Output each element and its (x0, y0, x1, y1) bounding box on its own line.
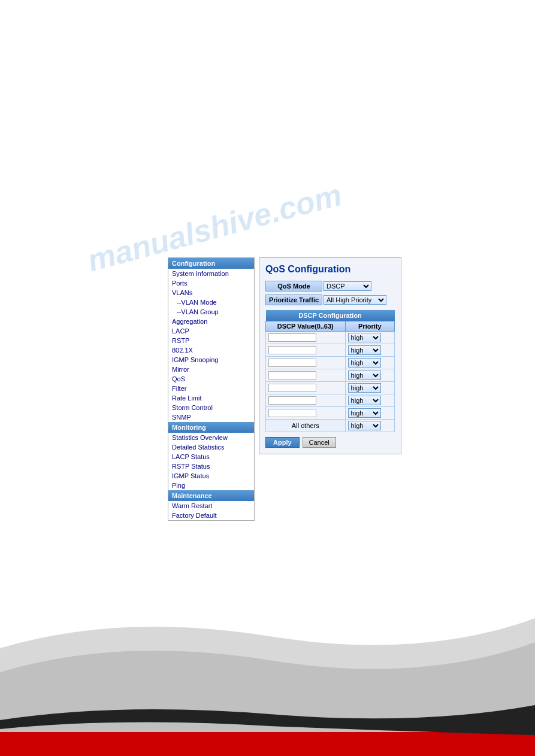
apply-button[interactable]: Apply (265, 437, 300, 448)
qos-title: QoS Configuration (265, 264, 395, 275)
bottom-decoration (0, 600, 535, 756)
dscp-priority-select[interactable]: highnormallow (348, 333, 381, 342)
dscp-value-input[interactable] (268, 346, 316, 354)
sidebar-item-vlan-group[interactable]: --VLAN Group (168, 307, 254, 317)
qos-mode-row: QoS Mode DSCP 802.1p Port Based (265, 281, 395, 292)
sidebar-item-aggregation[interactable]: Aggregation (168, 317, 254, 326)
sidebar-item-system-information[interactable]: System Information (168, 269, 254, 278)
dscp-table: DSCP Configuration DSCP Value(0..63) Pri… (265, 310, 395, 432)
sidebar-item-igmp-snooping[interactable]: IGMP Snooping (168, 355, 254, 365)
svg-rect-0 (0, 732, 535, 756)
dscp-col1-header: DSCP Value(0..63) (266, 321, 346, 332)
sidebar-item-lacp[interactable]: LACP (168, 326, 254, 336)
dscp-row: highnormallow (266, 344, 395, 357)
dscp-row: highnormallow (266, 394, 395, 407)
dscp-row: highnormallow (266, 357, 395, 369)
dscp-value-input[interactable] (268, 333, 316, 342)
qos-mode-select[interactable]: DSCP 802.1p Port Based (324, 281, 371, 291)
dscp-col2-header: Priority (345, 321, 394, 332)
sidebar-item-statistics-overview[interactable]: Statistics Overview (168, 433, 254, 442)
sidebar: Configuration System Information Ports V… (168, 257, 255, 521)
qos-panel: QoS Configuration QoS Mode DSCP 802.1p P… (259, 257, 401, 454)
sidebar-item-warm-restart[interactable]: Warm Restart (168, 501, 254, 511)
cancel-button[interactable]: Cancel (303, 437, 336, 448)
qos-traffic-select[interactable]: All High Priority Normal Priority (324, 295, 386, 305)
dscp-all-others-row: All othershighnormallow (266, 420, 395, 432)
sidebar-item-rstp[interactable]: RSTP (168, 336, 254, 345)
sidebar-item-igmp-status[interactable]: IGMP Status (168, 471, 254, 481)
dscp-value-input[interactable] (268, 409, 316, 417)
sidebar-item-8021x[interactable]: 802.1X (168, 345, 254, 355)
sidebar-item-filter[interactable]: Filter (168, 384, 254, 393)
dscp-priority-select[interactable]: highnormallow (348, 345, 381, 355)
sidebar-maintenance-header: Maintenance (168, 490, 254, 501)
dscp-row: highnormallow (266, 332, 395, 344)
dscp-others-label: All others (266, 420, 346, 432)
sidebar-item-rstp-status[interactable]: RSTP Status (168, 462, 254, 471)
sidebar-config-header: Configuration (168, 258, 254, 269)
dscp-priority-select[interactable]: highnormallow (348, 396, 381, 405)
dscp-section-header: DSCP Configuration (266, 310, 395, 321)
dscp-row: highnormallow (266, 369, 395, 382)
dscp-priority-select[interactable]: highnormallow (348, 408, 381, 418)
dscp-others-priority-select[interactable]: highnormallow (348, 421, 381, 430)
dscp-priority-select[interactable]: highnormallow (348, 358, 381, 368)
sidebar-item-vlans[interactable]: VLANs (168, 288, 254, 297)
dscp-priority-select[interactable]: highnormallow (348, 383, 381, 393)
sidebar-item-rate-limit[interactable]: Rate Limit (168, 393, 254, 403)
button-row: Apply Cancel (265, 437, 395, 448)
qos-traffic-row: Prioritize Traffic All High Priority Nor… (265, 294, 395, 305)
sidebar-item-detailed-statistics[interactable]: Detailed Statistics (168, 442, 254, 452)
sidebar-item-ping[interactable]: Ping (168, 481, 254, 490)
qos-traffic-value: All High Priority Normal Priority (324, 295, 386, 305)
dscp-value-input[interactable] (268, 384, 316, 392)
qos-mode-label: QoS Mode (265, 281, 322, 292)
sidebar-item-vlan-mode[interactable]: --VLAN Mode (168, 297, 254, 307)
sidebar-item-snmp[interactable]: SNMP (168, 412, 254, 422)
sidebar-monitoring-header: Monitoring (168, 422, 254, 433)
sidebar-item-qos[interactable]: QoS (168, 374, 254, 384)
dscp-value-input[interactable] (268, 371, 316, 379)
dscp-value-input[interactable] (268, 359, 316, 367)
sidebar-item-mirror[interactable]: Mirror (168, 365, 254, 374)
dscp-priority-select[interactable]: highnormallow (348, 371, 381, 380)
dscp-row: highnormallow (266, 407, 395, 420)
sidebar-item-storm-control[interactable]: Storm Control (168, 403, 254, 412)
sidebar-item-lacp-status[interactable]: LACP Status (168, 452, 254, 462)
sidebar-item-factory-default[interactable]: Factory Default (168, 511, 254, 520)
qos-mode-value: DSCP 802.1p Port Based (324, 281, 371, 291)
dscp-value-input[interactable] (268, 396, 316, 405)
qos-traffic-label: Prioritize Traffic (265, 294, 322, 305)
sidebar-item-ports[interactable]: Ports (168, 278, 254, 288)
dscp-row: highnormallow (266, 382, 395, 394)
